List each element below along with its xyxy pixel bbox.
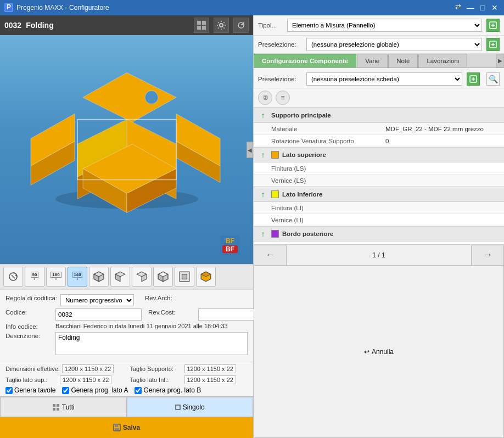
- taglio-sup-label: Taglio lato sup.:: [5, 377, 58, 383]
- codice-input[interactable]: [55, 308, 142, 321]
- lato-inf-title: Lato inferiore: [282, 191, 322, 198]
- lato-sup-color: [271, 151, 279, 159]
- annulla-button[interactable]: ↩ Annulla: [254, 265, 504, 438]
- regola-select[interactable]: Numero progressivo: [60, 294, 134, 306]
- minimize-button[interactable]: —: [466, 3, 475, 13]
- codice-label: Codice:: [5, 308, 52, 316]
- properties-panel: Regola di codifica: Numero progressivo R…: [0, 289, 253, 362]
- search-button[interactable]: 🔍: [486, 72, 500, 86]
- rotate-button[interactable]: [3, 267, 23, 287]
- svg-text:P: P: [7, 4, 11, 11]
- annulla-icon: ↩: [364, 348, 369, 356]
- lato-inf-vernice-row: Vernice (LI): [254, 214, 504, 226]
- maximize-button[interactable]: □: [478, 3, 488, 13]
- cube-view-2[interactable]: [110, 267, 130, 287]
- svg-marker-41: [158, 274, 163, 282]
- tab-varie[interactable]: Varie: [357, 54, 388, 68]
- supporto-arrow[interactable]: ↑: [258, 110, 268, 120]
- lato-sup-finitura-row: Finitura (LS): [254, 162, 504, 175]
- section-lato-inf: ↑ Lato inferiore: [254, 187, 504, 202]
- genera-prog-b-checkbox[interactable]: Genera prog. lato B: [135, 386, 201, 394]
- section-supporto: ↑ Supporto principale: [254, 108, 504, 123]
- svg-rect-51: [176, 405, 180, 409]
- tab-lavorazioni[interactable]: Lavorazioni: [418, 54, 467, 68]
- pres-scheda-select[interactable]: (nessuna preselezione scheda): [306, 72, 462, 86]
- genera-tavole-checkbox[interactable]: Genera tavole: [5, 386, 55, 394]
- taglio-supporto-label: Taglio Supporto:: [130, 366, 182, 372]
- left-header: 0032 Folding: [0, 15, 253, 35]
- salva-button[interactable]: Salva: [0, 417, 253, 438]
- close-button[interactable]: ✕: [490, 3, 500, 13]
- 3d-viewport[interactable]: ◀ BF BF: [0, 35, 253, 264]
- cube-view-1[interactable]: [89, 267, 109, 287]
- grid-view-button[interactable]: [194, 18, 209, 33]
- svg-rect-2: [197, 21, 201, 25]
- main-layout: 0032 Folding ◀ BF: [0, 15, 504, 438]
- svg-line-31: [12, 275, 15, 278]
- bottom-nav-right: ← 1 / 1 →: [254, 244, 504, 265]
- view-140-button[interactable]: 140 °: [68, 267, 87, 287]
- cube-view-4[interactable]: [153, 267, 173, 287]
- settings-button[interactable]: [214, 18, 229, 33]
- rev-cost-label: Rev.Cost:: [148, 308, 195, 316]
- tab-content: Preselezione: (nessuna preselezione sche…: [254, 68, 504, 244]
- svg-text:BF: BF: [226, 245, 234, 253]
- swap-icon: ⇄: [455, 3, 461, 13]
- svg-point-6: [220, 24, 223, 27]
- pres-globale-select[interactable]: (nessuna preselezione globale): [306, 38, 482, 51]
- cube-view-6[interactable]: [196, 267, 216, 287]
- pres-globale-button[interactable]: [486, 38, 500, 51]
- refresh-button[interactable]: [233, 18, 249, 33]
- genera-prog-a-checkbox[interactable]: Genera prog. lato A: [62, 386, 128, 394]
- bottom-row-left: Tutti Singolo: [0, 396, 253, 417]
- dimensions-panel: Dimensioni effettive: 1200 x 1150 x 22 T…: [0, 362, 253, 396]
- cube-view-5[interactable]: [175, 267, 194, 287]
- taglio-sup-value: 1200 x 1150 x 22: [60, 375, 111, 384]
- dim-eff-value: 1200 x 1150 x 22: [62, 364, 114, 373]
- titlebar: P Progenio MAXX - Configuratore ⇄ — □ ✕: [0, 0, 504, 15]
- config-btn-1[interactable]: ②: [258, 91, 272, 105]
- svg-marker-42: [163, 274, 168, 282]
- lato-inf-arrow[interactable]: ↑: [258, 189, 268, 199]
- tab-note[interactable]: Note: [388, 54, 418, 68]
- tipo-icon-button[interactable]: [486, 19, 500, 32]
- tutti-button[interactable]: Tutti: [0, 397, 127, 417]
- supporto-materiale-row: Materiale MDF_GR_22 - MDF 22 mm grezzo: [254, 123, 504, 135]
- folding-visualization: [23, 70, 231, 223]
- regola-label: Regola di codifica:: [5, 294, 57, 301]
- tabs-bar: Configurazione Componente Varie Note Lav…: [254, 54, 504, 68]
- cube-view-3[interactable]: [132, 267, 152, 287]
- section-lato-sup: ↑ Lato superiore: [254, 147, 504, 162]
- view-90-button[interactable]: 90 °: [25, 267, 44, 287]
- singolo-button[interactable]: Singolo: [127, 397, 254, 417]
- lato-sup-arrow[interactable]: ↑: [258, 150, 268, 160]
- panel-collapse-arrow[interactable]: ◀: [247, 142, 253, 158]
- supporto-rotazione-row: Rotazione Venatura Supporto 0: [254, 135, 504, 147]
- app-icon: P: [4, 3, 13, 12]
- tipo-select[interactable]: Elemento a Misura (Pannello): [287, 19, 482, 32]
- svg-rect-50: [57, 408, 59, 411]
- lato-sup-title: Lato superiore: [282, 151, 326, 158]
- svg-rect-5: [202, 26, 206, 30]
- taglio-inf-value: 1200 x 1150 x 22: [184, 375, 236, 384]
- item-title: Folding: [26, 21, 189, 30]
- bordo-post-color: [271, 230, 279, 238]
- next-button[interactable]: →: [471, 245, 504, 266]
- descrizione-textarea[interactable]: Folding: [55, 332, 248, 355]
- bordo-post-title: Bordo posteriore: [282, 231, 333, 237]
- svg-marker-30: [15, 274, 17, 277]
- pres-scheda-label: Preselezione:: [258, 76, 302, 82]
- rev-arch-label: Rev.Arch:: [145, 294, 192, 301]
- svg-rect-47: [53, 404, 55, 407]
- pres-globale-row: Preselezione: (nessuna preselezione glob…: [254, 36, 504, 54]
- svg-rect-44: [182, 274, 187, 279]
- svg-marker-20: [83, 72, 176, 122]
- bordo-post-arrow[interactable]: ↑: [258, 229, 268, 239]
- view-180-button[interactable]: 180 °: [46, 267, 66, 287]
- pres-globale-label: Preselezione:: [258, 41, 302, 48]
- config-btn-2[interactable]: ≡: [276, 91, 290, 105]
- tab-config[interactable]: Configurazione Componente: [254, 54, 356, 68]
- prev-button[interactable]: ←: [254, 245, 287, 266]
- pres-scheda-button[interactable]: [467, 72, 480, 86]
- tabs-collapse-arrow[interactable]: ▶: [496, 54, 504, 68]
